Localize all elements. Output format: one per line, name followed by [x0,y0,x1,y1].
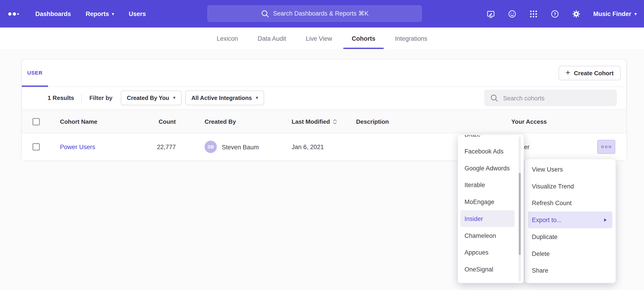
menu-item-delete[interactable]: Delete [528,245,612,262]
chevron-down-icon: ▾ [635,12,637,16]
card-header: USER + Create Cohort [22,59,626,87]
logo-dot [8,12,12,15]
cohort-link[interactable]: Power Users [60,143,95,151]
created-by-name: Steven Baum [222,143,259,151]
cohort-search [484,90,617,106]
row-context-menu: View Users Visualize Trend Refresh Count… [525,159,616,283]
nav-dashboards[interactable]: Dashboards [36,10,71,17]
filter-created-by-dropdown[interactable]: Created By You ▾ [121,91,182,105]
filter-by-label: Filter by [89,95,112,101]
compose-icon[interactable] [486,9,496,18]
mixpanel-logo[interactable] [8,12,19,15]
svg-text:?: ? [554,12,556,16]
page-body: USER + Create Cohort 1 Results Filter by… [0,49,644,290]
column-last-modified-label: Last Modified [292,118,330,125]
row-checkbox[interactable] [32,143,40,151]
apps-grid-icon[interactable] [529,9,538,18]
feedback-smiley-icon[interactable] [508,9,517,18]
topbar-actions: ? Music Finder ▾ [486,0,636,28]
table-row: Power Users 22,777 SB Steven Baum Jan 6,… [22,133,626,160]
tab-integrations[interactable]: Integrations [387,28,436,49]
nav-reports-label: Reports [86,10,109,17]
section-tabs: Lexicon Data Audit Live View Cohorts Int… [0,28,644,49]
tab-user[interactable]: USER [22,59,48,86]
submenu-item-chameleon[interactable]: Chameleon [460,227,514,244]
nav-reports[interactable]: Reports ▾ [86,10,114,17]
menu-item-refresh-count[interactable]: Refresh Count [528,195,612,212]
app-root: Dashboards Reports ▾ Users Search Dashbo… [0,0,644,290]
filter-integrations-label: All Active Integrations [191,95,252,101]
submenu-item-appcues[interactable]: Appcues [460,244,514,261]
create-cohort-label: Create Cohort [574,70,614,76]
submenu-item-braze[interactable]: Braze [460,135,514,143]
dot-icon [601,146,604,148]
submenu-item-facebook-ads[interactable]: Facebook Ads [460,143,514,160]
export-submenu: Braze Facebook Ads Google Adwords Iterab… [458,135,524,283]
row-actions-button[interactable] [597,140,615,154]
submenu-item-iterable[interactable]: Iterable [460,177,514,194]
menu-item-duplicate[interactable]: Duplicate [528,228,612,245]
results-count: 1 Results [48,95,74,101]
sort-icon [333,119,338,124]
logo-dot [13,12,16,15]
settings-gear-icon[interactable] [572,9,581,18]
cohort-count: 22,777 [124,143,176,151]
export-submenu-list: Braze Facebook Ads Google Adwords Iterab… [458,135,524,278]
search-icon [260,9,269,18]
column-cohort-name: Cohort Name [60,118,98,125]
chevron-down-icon: ▾ [173,96,176,100]
tab-data-audit[interactable]: Data Audit [250,28,294,49]
column-count: Count [124,118,176,125]
chevron-right-icon [604,218,607,221]
plus-icon: + [566,69,570,76]
menu-item-visualize-trend[interactable]: Visualize Trend [528,178,612,195]
submenu-item-google-adwords[interactable]: Google Adwords [460,160,514,177]
menu-item-export-to[interactable]: Export to... [528,211,612,228]
column-last-modified[interactable]: Last Modified [292,118,337,125]
workspace-switcher[interactable]: Music Finder ▾ [593,10,637,17]
column-description: Description [356,118,389,125]
chevron-down-icon: ▾ [256,96,258,100]
table-header: Cohort Name Count Created By Last Modifi… [22,109,626,133]
filter-row: 1 Results Filter by Created By You ▾ All… [22,86,626,109]
global-search[interactable]: Search Dashboards & Reports ⌘K [207,5,422,22]
submenu-scrollbar-thumb[interactable] [519,173,521,255]
top-nav: Dashboards Reports ▾ Users [36,10,146,17]
menu-item-share[interactable]: Share [528,262,612,279]
dot-icon [608,146,611,148]
topbar: Dashboards Reports ▾ Users Search Dashbo… [0,0,644,28]
tab-cohorts[interactable]: Cohorts [344,28,384,49]
cohort-last-modified: Jan 6, 2021 [292,143,324,151]
submenu-item-moengage[interactable]: MoEngage [460,193,514,210]
nav-users[interactable]: Users [129,10,146,17]
cohort-created-by: SB Steven Baum [204,141,259,153]
chevron-down-icon: ▾ [112,12,114,16]
global-search-placeholder: Search Dashboards & Reports ⌘K [273,10,368,17]
menu-item-export-to-label: Export to... [532,216,562,223]
menu-item-view-users[interactable]: View Users [528,161,612,178]
search-icon [490,94,498,102]
divider [82,93,82,102]
submenu-item-onesignal[interactable]: OneSignal [460,261,514,278]
logo-dot [17,13,19,15]
dot-icon [605,146,608,148]
cohorts-card: USER + Create Cohort 1 Results Filter by… [22,59,627,160]
avatar: SB [204,141,217,153]
cohort-search-input[interactable] [502,94,611,102]
column-your-access: Your Access [511,118,547,125]
workspace-name: Music Finder [593,10,631,17]
help-icon[interactable]: ? [550,9,560,18]
filter-created-by-label: Created By You [127,95,169,101]
submenu-item-insider[interactable]: Insider [460,210,514,227]
create-cohort-button[interactable]: + Create Cohort [558,66,620,80]
tab-user-label: USER [27,70,42,76]
select-all-checkbox[interactable] [32,118,40,125]
filter-integrations-dropdown[interactable]: All Active Integrations ▾ [185,91,264,105]
tab-lexicon[interactable]: Lexicon [208,28,246,49]
tab-live-view[interactable]: Live View [298,28,340,49]
submenu-scrollbar-track[interactable] [519,136,521,281]
column-created-by: Created By [204,118,236,125]
